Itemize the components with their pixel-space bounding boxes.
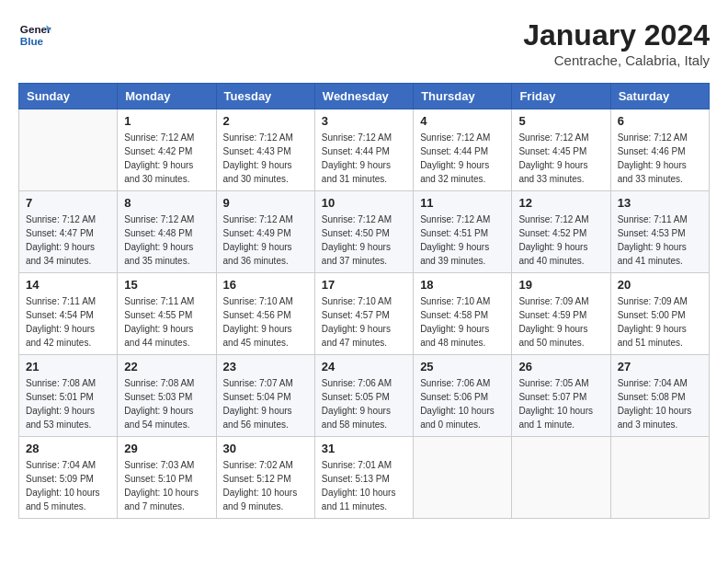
day-number: 5: [518, 114, 603, 128]
calendar-cell: 22 Sunrise: 7:08 AM Sunset: 5:03 PM Dayl…: [118, 355, 216, 437]
day-number: 26: [518, 360, 603, 373]
calendar-cell: [512, 437, 610, 519]
day-info: Sunrise: 7:12 AM Sunset: 4:46 PM Dayligh…: [618, 131, 702, 186]
day-number: 12: [518, 196, 603, 210]
calendar-week-5: 28 Sunrise: 7:04 AM Sunset: 5:09 PM Dayl…: [19, 437, 710, 519]
day-number: 4: [420, 114, 505, 128]
day-number: 22: [124, 360, 209, 373]
day-info: Sunrise: 7:12 AM Sunset: 4:44 PM Dayligh…: [322, 131, 406, 186]
day-number: 8: [124, 196, 209, 210]
day-number: 3: [322, 114, 406, 128]
day-info: Sunrise: 7:11 AM Sunset: 4:54 PM Dayligh…: [26, 294, 110, 350]
day-number: 21: [26, 360, 110, 373]
day-info: Sunrise: 7:06 AM Sunset: 5:05 PM Dayligh…: [322, 376, 406, 431]
calendar-cell: 7 Sunrise: 7:12 AM Sunset: 4:47 PM Dayli…: [19, 191, 118, 273]
page-header: General Blue January 2024 Centrache, Cal…: [18, 18, 710, 68]
calendar-cell: 24 Sunrise: 7:06 AM Sunset: 5:05 PM Dayl…: [314, 355, 413, 437]
day-info: Sunrise: 7:02 AM Sunset: 5:12 PM Dayligh…: [223, 458, 308, 513]
month-title: January 2024: [523, 18, 710, 52]
location-subtitle: Centrache, Calabria, Italy: [523, 52, 710, 68]
weekday-header-tuesday: Tuesday: [216, 84, 314, 109]
weekday-header-saturday: Saturday: [610, 84, 709, 109]
day-number: 14: [26, 278, 110, 292]
day-number: 15: [124, 278, 209, 292]
weekday-header-sunday: Sunday: [19, 84, 118, 109]
calendar-cell: 23 Sunrise: 7:07 AM Sunset: 5:04 PM Dayl…: [216, 355, 314, 437]
calendar-cell: [19, 109, 118, 191]
logo: General Blue: [18, 18, 51, 52]
day-number: 1: [124, 114, 209, 128]
day-info: Sunrise: 7:12 AM Sunset: 4:43 PM Dayligh…: [223, 131, 308, 186]
day-number: 16: [223, 278, 308, 292]
day-info: Sunrise: 7:09 AM Sunset: 5:00 PM Dayligh…: [618, 294, 702, 350]
calendar-cell: 19 Sunrise: 7:09 AM Sunset: 4:59 PM Dayl…: [512, 273, 610, 355]
calendar-cell: 5 Sunrise: 7:12 AM Sunset: 4:45 PM Dayli…: [512, 109, 610, 191]
day-info: Sunrise: 7:11 AM Sunset: 4:53 PM Dayligh…: [618, 213, 702, 268]
calendar-cell: 13 Sunrise: 7:11 AM Sunset: 4:53 PM Dayl…: [610, 191, 709, 273]
calendar-table: SundayMondayTuesdayWednesdayThursdayFrid…: [18, 83, 710, 519]
weekday-header-thursday: Thursday: [414, 84, 512, 109]
calendar-cell: 18 Sunrise: 7:10 AM Sunset: 4:58 PM Dayl…: [414, 273, 512, 355]
calendar-cell: [414, 437, 512, 519]
day-info: Sunrise: 7:10 AM Sunset: 4:57 PM Dayligh…: [322, 294, 406, 350]
day-info: Sunrise: 7:12 AM Sunset: 4:45 PM Dayligh…: [518, 131, 603, 186]
day-number: 19: [518, 278, 603, 292]
calendar-cell: 14 Sunrise: 7:11 AM Sunset: 4:54 PM Dayl…: [19, 273, 118, 355]
calendar-cell: [610, 437, 709, 519]
day-number: 27: [618, 360, 702, 373]
day-info: Sunrise: 7:12 AM Sunset: 4:47 PM Dayligh…: [26, 213, 110, 268]
day-info: Sunrise: 7:12 AM Sunset: 4:50 PM Dayligh…: [322, 213, 406, 268]
title-block: January 2024 Centrache, Calabria, Italy: [523, 18, 710, 68]
calendar-week-3: 14 Sunrise: 7:11 AM Sunset: 4:54 PM Dayl…: [19, 273, 710, 355]
day-number: 29: [124, 442, 209, 455]
day-number: 17: [322, 278, 406, 292]
day-number: 31: [322, 442, 406, 455]
calendar-cell: 15 Sunrise: 7:11 AM Sunset: 4:55 PM Dayl…: [118, 273, 216, 355]
day-info: Sunrise: 7:04 AM Sunset: 5:09 PM Dayligh…: [26, 458, 110, 513]
weekday-header-monday: Monday: [118, 84, 216, 109]
day-info: Sunrise: 7:05 AM Sunset: 5:07 PM Dayligh…: [518, 376, 603, 431]
day-number: 20: [618, 278, 702, 292]
calendar-cell: 11 Sunrise: 7:12 AM Sunset: 4:51 PM Dayl…: [414, 191, 512, 273]
day-info: Sunrise: 7:01 AM Sunset: 5:13 PM Dayligh…: [322, 458, 406, 513]
calendar-cell: 6 Sunrise: 7:12 AM Sunset: 4:46 PM Dayli…: [610, 109, 709, 191]
day-info: Sunrise: 7:12 AM Sunset: 4:44 PM Dayligh…: [420, 131, 505, 186]
day-number: 7: [26, 196, 110, 210]
calendar-cell: 3 Sunrise: 7:12 AM Sunset: 4:44 PM Dayli…: [314, 109, 413, 191]
day-number: 30: [223, 442, 308, 455]
day-number: 10: [322, 196, 406, 210]
day-info: Sunrise: 7:06 AM Sunset: 5:06 PM Dayligh…: [420, 376, 505, 431]
calendar-cell: 29 Sunrise: 7:03 AM Sunset: 5:10 PM Dayl…: [118, 437, 216, 519]
calendar-week-2: 7 Sunrise: 7:12 AM Sunset: 4:47 PM Dayli…: [19, 191, 710, 273]
day-info: Sunrise: 7:11 AM Sunset: 4:55 PM Dayligh…: [124, 294, 209, 350]
day-info: Sunrise: 7:12 AM Sunset: 4:48 PM Dayligh…: [124, 213, 209, 268]
calendar-cell: 9 Sunrise: 7:12 AM Sunset: 4:49 PM Dayli…: [216, 191, 314, 273]
calendar-cell: 10 Sunrise: 7:12 AM Sunset: 4:50 PM Dayl…: [314, 191, 413, 273]
day-number: 11: [420, 196, 505, 210]
day-number: 2: [223, 114, 308, 128]
calendar-cell: 8 Sunrise: 7:12 AM Sunset: 4:48 PM Dayli…: [118, 191, 216, 273]
day-info: Sunrise: 7:10 AM Sunset: 4:56 PM Dayligh…: [223, 294, 308, 350]
calendar-cell: 4 Sunrise: 7:12 AM Sunset: 4:44 PM Dayli…: [414, 109, 512, 191]
day-number: 13: [618, 196, 702, 210]
calendar-cell: 31 Sunrise: 7:01 AM Sunset: 5:13 PM Dayl…: [314, 437, 413, 519]
calendar-cell: 27 Sunrise: 7:04 AM Sunset: 5:08 PM Dayl…: [610, 355, 709, 437]
calendar-cell: 12 Sunrise: 7:12 AM Sunset: 4:52 PM Dayl…: [512, 191, 610, 273]
day-number: 25: [420, 360, 505, 373]
calendar-cell: 28 Sunrise: 7:04 AM Sunset: 5:09 PM Dayl…: [19, 437, 118, 519]
svg-text:Blue: Blue: [20, 35, 44, 47]
calendar-cell: 2 Sunrise: 7:12 AM Sunset: 4:43 PM Dayli…: [216, 109, 314, 191]
day-number: 6: [618, 114, 702, 128]
calendar-week-4: 21 Sunrise: 7:08 AM Sunset: 5:01 PM Dayl…: [19, 355, 710, 437]
weekday-header-wednesday: Wednesday: [314, 84, 413, 109]
day-number: 9: [223, 196, 308, 210]
day-number: 28: [26, 442, 110, 455]
day-info: Sunrise: 7:09 AM Sunset: 4:59 PM Dayligh…: [518, 294, 603, 350]
calendar-cell: 26 Sunrise: 7:05 AM Sunset: 5:07 PM Dayl…: [512, 355, 610, 437]
day-number: 18: [420, 278, 505, 292]
calendar-week-1: 1 Sunrise: 7:12 AM Sunset: 4:42 PM Dayli…: [19, 109, 710, 191]
day-info: Sunrise: 7:08 AM Sunset: 5:03 PM Dayligh…: [124, 376, 209, 431]
day-info: Sunrise: 7:10 AM Sunset: 4:58 PM Dayligh…: [420, 294, 505, 350]
calendar-cell: 30 Sunrise: 7:02 AM Sunset: 5:12 PM Dayl…: [216, 437, 314, 519]
calendar-cell: 25 Sunrise: 7:06 AM Sunset: 5:06 PM Dayl…: [414, 355, 512, 437]
